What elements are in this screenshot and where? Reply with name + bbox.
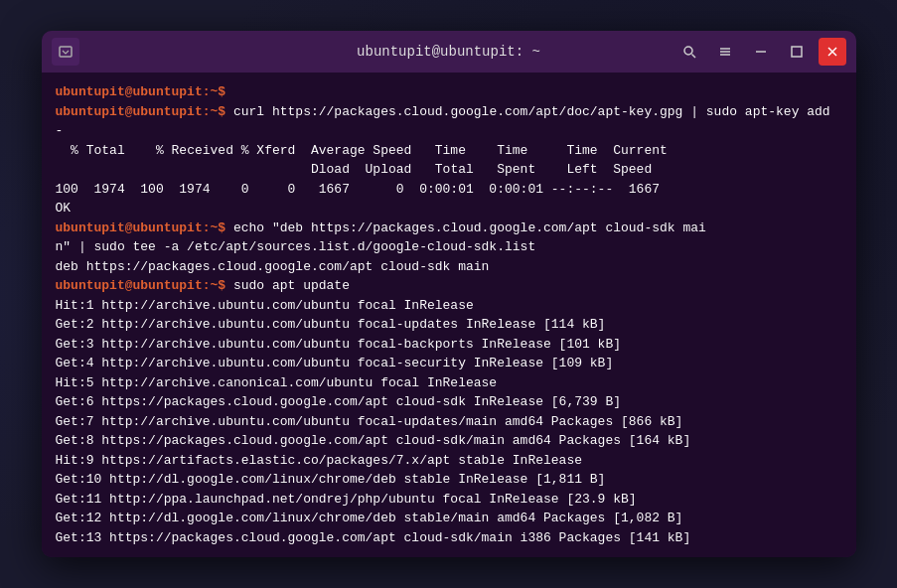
- line-22: Get:12 http://dl.google.com/linux/chrome…: [56, 509, 842, 528]
- line-9: deb https://packages.cloud.google.com/ap…: [56, 257, 842, 277]
- line-23: Get:13 https://packages.cloud.google.com…: [56, 528, 842, 548]
- svg-rect-0: [60, 47, 72, 57]
- terminal-window: ubuntupit@ubuntupit: ~: [42, 31, 856, 557]
- line-18: Get:8 https://packages.cloud.google.com/…: [56, 431, 842, 451]
- terminal-output[interactable]: ubuntupit@ubuntupit:~$ ubuntupit@ubuntup…: [42, 73, 856, 557]
- line-15: Hit:5 http://archive.canonical.com/ubunt…: [56, 373, 842, 393]
- svg-line-2: [691, 55, 695, 59]
- line-16: Get:6 https://packages.cloud.google.com/…: [56, 392, 842, 412]
- line-8: n" | sudo tee -a /etc/apt/sources.list.d…: [56, 237, 842, 257]
- maximize-button[interactable]: [783, 38, 811, 66]
- line-7: ubuntupit@ubuntupit:~$ echo "deb https:/…: [56, 219, 842, 238]
- line-14: Get:4 http://archive.ubuntu.com/ubuntu f…: [56, 354, 842, 373]
- line-5: 100 1974 100 1974 0 0 1667 0 0:00:01 0:0…: [56, 180, 842, 200]
- line-10: ubuntupit@ubuntupit:~$ sudo apt update: [56, 276, 842, 296]
- menu-button[interactable]: [711, 38, 739, 66]
- line-1: ubuntupit@ubuntupit:~$: [56, 82, 842, 102]
- titlebar: ubuntupit@ubuntupit: ~: [42, 31, 856, 73]
- line-17: Get:7 http://archive.ubuntu.com/ubuntu f…: [56, 412, 842, 432]
- titlebar-controls: [675, 38, 846, 66]
- terminal-icon: [52, 38, 79, 66]
- svg-point-1: [684, 47, 692, 55]
- line-11: Hit:1 http://archive.ubuntu.com/ubuntu f…: [56, 296, 842, 316]
- line-2: ubuntupit@ubuntupit:~$ curl https://pack…: [56, 102, 842, 141]
- line-12: Get:2 http://archive.ubuntu.com/ubuntu f…: [56, 315, 842, 335]
- line-21: Get:11 http://ppa.launchpad.net/ondrej/p…: [56, 490, 842, 510]
- close-button[interactable]: [819, 38, 846, 66]
- window-title: ubuntupit@ubuntupit: ~: [357, 44, 540, 60]
- titlebar-left: [52, 38, 79, 66]
- search-button[interactable]: [675, 38, 703, 66]
- line-4: Dload Upload Total Spent Left Speed: [56, 160, 842, 180]
- minimize-button[interactable]: [747, 38, 775, 66]
- line-3: % Total % Received % Xferd Average Speed…: [56, 141, 842, 161]
- line-19: Hit:9 https://artifacts.elastic.co/packa…: [56, 451, 842, 471]
- line-20: Get:10 http://dl.google.com/linux/chrome…: [56, 470, 842, 490]
- line-6: OK: [56, 199, 842, 219]
- line-13: Get:3 http://archive.ubuntu.com/ubuntu f…: [56, 335, 842, 355]
- svg-rect-7: [792, 47, 802, 57]
